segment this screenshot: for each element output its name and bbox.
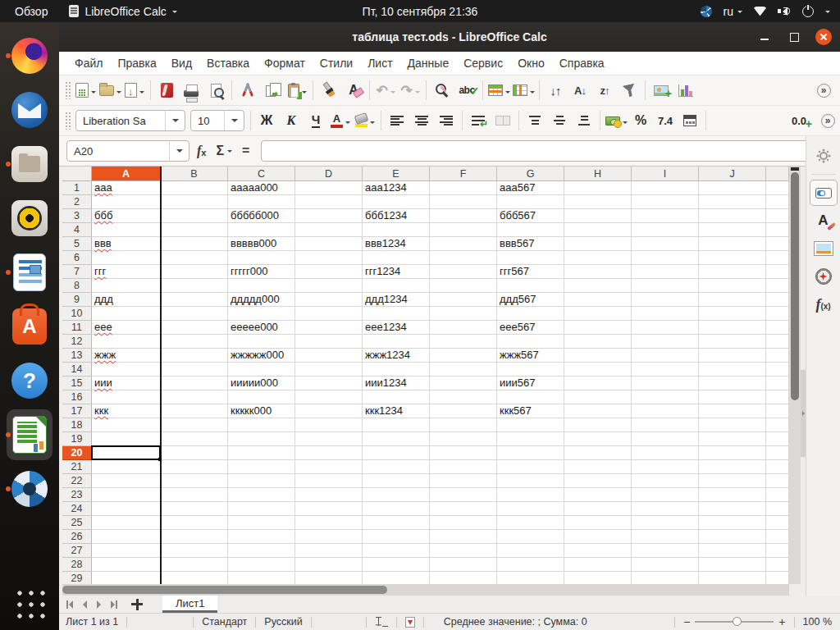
close-button[interactable] <box>815 29 832 45</box>
cell-B4[interactable] <box>161 223 228 237</box>
cell-D5[interactable] <box>295 237 363 251</box>
cell-C9[interactable]: ддддд000 <box>228 293 295 307</box>
cell-B2[interactable] <box>161 195 228 209</box>
column-header-partial[interactable] <box>766 167 789 181</box>
cell-F17[interactable] <box>430 404 497 418</box>
cell-E8[interactable] <box>363 279 430 293</box>
last-sheet-button[interactable] <box>106 598 120 611</box>
row-header-15[interactable]: 15 <box>62 377 92 390</box>
cell-partial-15[interactable] <box>766 377 789 390</box>
cell-J15[interactable] <box>699 377 766 390</box>
row-header-17[interactable]: 17 <box>62 404 92 418</box>
cell-A14[interactable] <box>92 363 161 377</box>
cell-partial-14[interactable] <box>766 363 789 377</box>
cell-C22[interactable] <box>228 474 295 488</box>
cell-partial-16[interactable] <box>766 390 789 404</box>
cell-partial-1[interactable] <box>766 181 789 195</box>
cell-D21[interactable] <box>295 460 363 474</box>
cell-G19[interactable] <box>497 432 564 446</box>
cell-A10[interactable] <box>92 307 161 321</box>
cell-I10[interactable] <box>632 307 699 321</box>
chevron-down-icon[interactable] <box>825 11 830 16</box>
cell-B24[interactable] <box>161 502 228 516</box>
cell-H3[interactable] <box>564 209 632 223</box>
cell-F6[interactable] <box>430 251 497 265</box>
dock-item-rhythmbox[interactable] <box>0 191 59 245</box>
cell-H20[interactable] <box>564 446 632 460</box>
cell-H9[interactable] <box>564 293 632 307</box>
select-all-corner[interactable] <box>62 167 92 181</box>
cell-B18[interactable] <box>161 418 228 432</box>
cell-F12[interactable] <box>430 335 497 349</box>
cell-partial-23[interactable] <box>766 488 789 502</box>
sort-button[interactable]: ↓↑ <box>544 79 567 102</box>
cell-B21[interactable] <box>161 460 228 474</box>
wrap-text-button[interactable] <box>467 109 490 132</box>
cell-H24[interactable] <box>564 502 632 516</box>
cell-F25[interactable] <box>430 516 497 530</box>
cell-I16[interactable] <box>632 390 699 404</box>
cell-A20[interactable] <box>92 446 161 460</box>
chevron-down-icon[interactable] <box>415 91 420 96</box>
font-color-button[interactable]: A <box>329 109 352 132</box>
cell-I29[interactable] <box>632 572 699 584</box>
row-header-12[interactable]: 12 <box>62 335 92 349</box>
cell-A6[interactable] <box>92 251 161 265</box>
row-header-29[interactable]: 29 <box>62 572 92 584</box>
cell-J10[interactable] <box>699 307 766 321</box>
power-icon[interactable] <box>802 6 814 17</box>
cell-F10[interactable] <box>430 307 497 321</box>
cell-B9[interactable] <box>161 293 228 307</box>
cell-I17[interactable] <box>632 404 699 418</box>
cell-G18[interactable] <box>497 418 564 432</box>
cell-A11[interactable]: еее <box>92 321 161 335</box>
cell-J3[interactable] <box>699 209 766 223</box>
sidebar-tab-gallery[interactable] <box>810 235 838 262</box>
cell-C29[interactable] <box>228 572 295 584</box>
cell-B26[interactable] <box>161 530 228 544</box>
cell-G21[interactable] <box>497 460 564 474</box>
cell-J14[interactable] <box>699 363 766 377</box>
cell-I13[interactable] <box>632 349 699 363</box>
cell-E12[interactable] <box>363 335 430 349</box>
cell-G24[interactable] <box>497 502 564 516</box>
cell-G14[interactable] <box>497 363 564 377</box>
cell-I1[interactable] <box>632 181 699 195</box>
cell-partial-7[interactable] <box>766 265 789 279</box>
cell-J17[interactable] <box>699 404 766 418</box>
cell-partial-27[interactable] <box>766 544 789 558</box>
cell-E16[interactable] <box>363 390 430 404</box>
chevron-down-icon[interactable] <box>302 91 307 96</box>
add-sheet-button[interactable] <box>126 597 148 612</box>
cell-C4[interactable] <box>228 223 295 237</box>
name-box[interactable]: A20 <box>66 140 189 162</box>
cell-J28[interactable] <box>699 558 766 572</box>
zoom-slider[interactable] <box>695 621 774 623</box>
cell-partial-28[interactable] <box>766 558 789 572</box>
menu-Формат[interactable]: Формат <box>257 53 313 73</box>
cell-C21[interactable] <box>228 460 295 474</box>
cell-D28[interactable] <box>295 558 363 572</box>
menu-Окно[interactable]: Окно <box>510 53 552 73</box>
row-header-18[interactable]: 18 <box>62 418 92 432</box>
cell-A7[interactable]: ггг <box>92 265 161 279</box>
row-header-24[interactable]: 24 <box>62 502 92 516</box>
cell-A26[interactable] <box>92 530 161 544</box>
cell-I5[interactable] <box>632 237 699 251</box>
cell-B5[interactable] <box>161 237 228 251</box>
row-header-20[interactable]: 20 <box>62 446 92 460</box>
cell-J20[interactable] <box>699 446 766 460</box>
text-language[interactable]: Русский <box>264 616 302 628</box>
cell-G23[interactable] <box>497 488 564 502</box>
cell-C6[interactable] <box>228 251 295 265</box>
cell-A29[interactable] <box>92 572 161 584</box>
chevron-down-icon[interactable] <box>390 91 395 96</box>
cell-D4[interactable] <box>295 223 363 237</box>
cell-E4[interactable] <box>363 223 430 237</box>
cell-G15[interactable]: иии567 <box>497 377 564 390</box>
cell-D8[interactable] <box>295 279 363 293</box>
cell-H17[interactable] <box>564 404 632 418</box>
cell-I28[interactable] <box>632 558 699 572</box>
row-header-6[interactable]: 6 <box>62 251 92 265</box>
italic-button[interactable]: К <box>280 109 303 132</box>
